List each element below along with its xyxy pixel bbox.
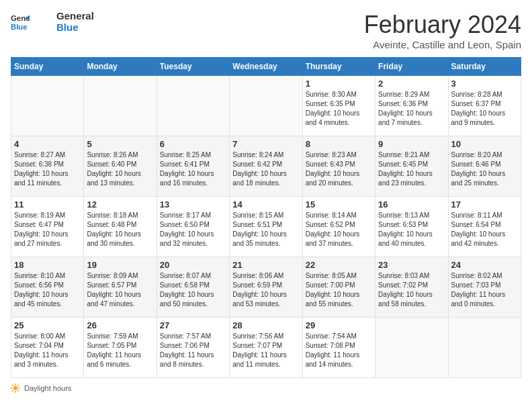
week-row-5: 25Sunrise: 8:00 AM Sunset: 7:04 PM Dayli… bbox=[11, 318, 521, 378]
calendar-cell: 15Sunrise: 8:14 AM Sunset: 6:52 PM Dayli… bbox=[302, 197, 375, 257]
logo-text-blue: Blue bbox=[56, 22, 94, 34]
day-info: Sunrise: 8:26 AM Sunset: 6:40 PM Dayligh… bbox=[87, 150, 153, 188]
sun-icon bbox=[11, 383, 20, 393]
calendar-cell: 24Sunrise: 8:02 AM Sunset: 7:03 PM Dayli… bbox=[448, 257, 521, 318]
day-number: 4 bbox=[14, 139, 81, 149]
calendar-cell: 22Sunrise: 8:05 AM Sunset: 7:00 PM Dayli… bbox=[302, 257, 375, 318]
calendar-cell bbox=[84, 76, 157, 136]
svg-line-11 bbox=[12, 390, 13, 392]
weekday-header-monday: Monday bbox=[84, 58, 157, 76]
svg-text:Blue: Blue bbox=[11, 22, 28, 30]
day-number: 9 bbox=[378, 139, 445, 149]
day-number: 1 bbox=[306, 79, 372, 89]
day-number: 8 bbox=[306, 139, 372, 149]
day-info: Sunrise: 8:17 AM Sunset: 6:50 PM Dayligh… bbox=[160, 211, 226, 248]
weekday-header-saturday: Saturday bbox=[448, 58, 521, 76]
calendar-cell: 20Sunrise: 8:07 AM Sunset: 6:58 PM Dayli… bbox=[157, 257, 229, 318]
day-info: Sunrise: 8:15 AM Sunset: 6:51 PM Dayligh… bbox=[232, 211, 299, 248]
calendar-cell: 5Sunrise: 8:26 AM Sunset: 6:40 PM Daylig… bbox=[84, 136, 157, 197]
day-number: 20 bbox=[160, 260, 226, 270]
weekday-header-tuesday: Tuesday bbox=[157, 58, 229, 76]
day-number: 10 bbox=[451, 139, 518, 149]
day-number: 27 bbox=[160, 320, 226, 330]
footer: Daylight hours bbox=[11, 383, 521, 393]
calendar-cell: 14Sunrise: 8:15 AM Sunset: 6:51 PM Dayli… bbox=[230, 197, 302, 257]
day-info: Sunrise: 7:56 AM Sunset: 7:07 PM Dayligh… bbox=[232, 332, 299, 369]
day-number: 3 bbox=[451, 79, 518, 89]
week-row-1: 1Sunrise: 8:30 AM Sunset: 6:35 PM Daylig… bbox=[11, 76, 521, 136]
day-number: 26 bbox=[87, 320, 153, 330]
page-header: General Blue General Blue February 2024 … bbox=[11, 11, 521, 50]
daylight-hours-label: Daylight hours bbox=[24, 384, 71, 392]
day-info: Sunrise: 8:28 AM Sunset: 6:37 PM Dayligh… bbox=[451, 90, 518, 128]
day-number: 11 bbox=[14, 199, 81, 210]
logo-icon: General Blue bbox=[11, 13, 30, 32]
calendar-cell: 19Sunrise: 8:09 AM Sunset: 6:57 PM Dayli… bbox=[84, 257, 157, 318]
day-number: 5 bbox=[87, 139, 153, 149]
weekday-header-wednesday: Wednesday bbox=[230, 58, 302, 76]
day-info: Sunrise: 8:21 AM Sunset: 6:45 PM Dayligh… bbox=[378, 150, 445, 188]
day-info: Sunrise: 7:57 AM Sunset: 7:06 PM Dayligh… bbox=[160, 332, 226, 369]
day-info: Sunrise: 8:02 AM Sunset: 7:03 PM Dayligh… bbox=[451, 271, 518, 309]
title-block: February 2024 Aveinte, Castille and Leon… bbox=[364, 11, 521, 50]
weekday-header-row: SundayMondayTuesdayWednesdayThursdayFrid… bbox=[11, 58, 521, 76]
day-number: 25 bbox=[14, 320, 81, 330]
calendar-cell: 11Sunrise: 8:19 AM Sunset: 6:47 PM Dayli… bbox=[11, 197, 84, 257]
calendar-cell: 21Sunrise: 8:06 AM Sunset: 6:59 PM Dayli… bbox=[230, 257, 302, 318]
day-info: Sunrise: 8:29 AM Sunset: 6:36 PM Dayligh… bbox=[378, 90, 445, 128]
calendar-cell: 2Sunrise: 8:29 AM Sunset: 6:36 PM Daylig… bbox=[375, 76, 448, 136]
svg-line-9 bbox=[17, 390, 19, 392]
calendar-table: SundayMondayTuesdayWednesdayThursdayFrid… bbox=[11, 57, 521, 378]
calendar-cell: 13Sunrise: 8:17 AM Sunset: 6:50 PM Dayli… bbox=[157, 197, 229, 257]
day-info: Sunrise: 7:59 AM Sunset: 7:05 PM Dayligh… bbox=[87, 332, 153, 369]
calendar-title: February 2024 bbox=[364, 11, 521, 39]
day-info: Sunrise: 8:27 AM Sunset: 6:38 PM Dayligh… bbox=[14, 150, 81, 188]
svg-line-8 bbox=[12, 385, 13, 386]
day-number: 17 bbox=[451, 199, 518, 210]
week-row-2: 4Sunrise: 8:27 AM Sunset: 6:38 PM Daylig… bbox=[11, 136, 521, 197]
day-info: Sunrise: 8:25 AM Sunset: 6:41 PM Dayligh… bbox=[160, 150, 226, 188]
day-number: 16 bbox=[378, 199, 445, 210]
calendar-cell bbox=[157, 76, 229, 136]
day-info: Sunrise: 8:13 AM Sunset: 6:53 PM Dayligh… bbox=[378, 211, 445, 248]
day-info: Sunrise: 8:19 AM Sunset: 6:47 PM Dayligh… bbox=[14, 211, 81, 248]
svg-text:General: General bbox=[11, 14, 30, 22]
day-info: Sunrise: 8:09 AM Sunset: 6:57 PM Dayligh… bbox=[87, 271, 153, 309]
day-info: Sunrise: 7:54 AM Sunset: 7:08 PM Dayligh… bbox=[306, 332, 372, 369]
day-number: 12 bbox=[87, 199, 153, 210]
day-info: Sunrise: 8:00 AM Sunset: 7:04 PM Dayligh… bbox=[14, 332, 81, 369]
day-info: Sunrise: 8:30 AM Sunset: 6:35 PM Dayligh… bbox=[306, 90, 372, 128]
day-number: 23 bbox=[378, 260, 445, 270]
day-number: 22 bbox=[306, 260, 372, 270]
day-info: Sunrise: 8:06 AM Sunset: 6:59 PM Dayligh… bbox=[232, 271, 299, 309]
svg-line-10 bbox=[17, 385, 19, 386]
calendar-cell bbox=[375, 318, 448, 378]
calendar-cell: 9Sunrise: 8:21 AM Sunset: 6:45 PM Daylig… bbox=[375, 136, 448, 197]
calendar-cell bbox=[448, 318, 521, 378]
day-info: Sunrise: 8:24 AM Sunset: 6:42 PM Dayligh… bbox=[232, 150, 299, 188]
calendar-cell: 17Sunrise: 8:11 AM Sunset: 6:54 PM Dayli… bbox=[448, 197, 521, 257]
calendar-cell: 27Sunrise: 7:57 AM Sunset: 7:06 PM Dayli… bbox=[157, 318, 229, 378]
day-info: Sunrise: 8:10 AM Sunset: 6:56 PM Dayligh… bbox=[14, 271, 81, 309]
calendar-cell: 6Sunrise: 8:25 AM Sunset: 6:41 PM Daylig… bbox=[157, 136, 229, 197]
calendar-cell: 23Sunrise: 8:03 AM Sunset: 7:02 PM Dayli… bbox=[375, 257, 448, 318]
logo: General Blue General Blue bbox=[11, 11, 94, 33]
week-row-4: 18Sunrise: 8:10 AM Sunset: 6:56 PM Dayli… bbox=[11, 257, 521, 318]
calendar-cell bbox=[11, 76, 84, 136]
calendar-cell: 8Sunrise: 8:23 AM Sunset: 6:43 PM Daylig… bbox=[302, 136, 375, 197]
calendar-cell: 25Sunrise: 8:00 AM Sunset: 7:04 PM Dayli… bbox=[11, 318, 84, 378]
day-number: 29 bbox=[306, 320, 372, 330]
calendar-cell: 16Sunrise: 8:13 AM Sunset: 6:53 PM Dayli… bbox=[375, 197, 448, 257]
day-info: Sunrise: 8:11 AM Sunset: 6:54 PM Dayligh… bbox=[451, 211, 518, 248]
calendar-cell: 18Sunrise: 8:10 AM Sunset: 6:56 PM Dayli… bbox=[11, 257, 84, 318]
day-number: 14 bbox=[232, 199, 299, 210]
day-info: Sunrise: 8:20 AM Sunset: 6:46 PM Dayligh… bbox=[451, 150, 518, 188]
weekday-header-friday: Friday bbox=[375, 58, 448, 76]
calendar-cell bbox=[230, 76, 302, 136]
calendar-cell: 7Sunrise: 8:24 AM Sunset: 6:42 PM Daylig… bbox=[230, 136, 302, 197]
day-number: 13 bbox=[160, 199, 226, 210]
calendar-cell: 10Sunrise: 8:20 AM Sunset: 6:46 PM Dayli… bbox=[448, 136, 521, 197]
calendar-cell: 26Sunrise: 7:59 AM Sunset: 7:05 PM Dayli… bbox=[84, 318, 157, 378]
weekday-header-thursday: Thursday bbox=[302, 58, 375, 76]
week-row-3: 11Sunrise: 8:19 AM Sunset: 6:47 PM Dayli… bbox=[11, 197, 521, 257]
